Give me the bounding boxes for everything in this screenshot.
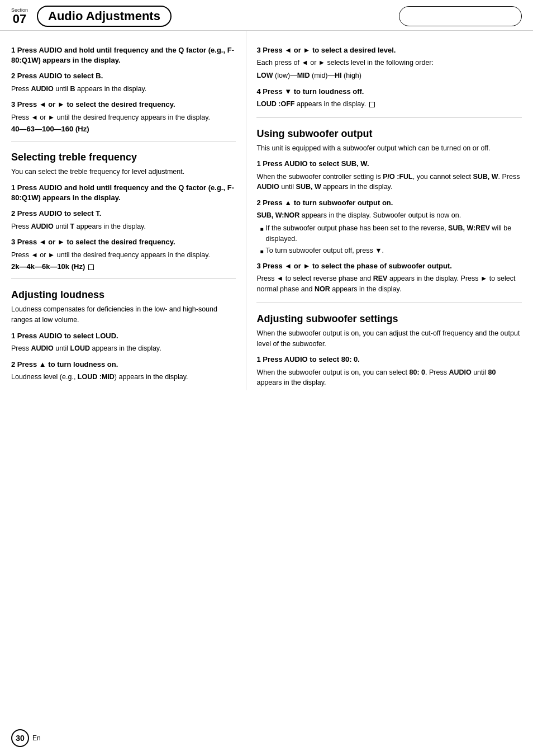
subwoofer-settings-intro: When the subwoofer output is on, you can… [256,328,522,349]
treble-step3-freq: 2k—4k—6k—10k (Hz) [11,262,236,271]
divider-4 [256,303,522,303]
main-content: 1 Press AUDIO and hold until frequency a… [0,31,533,390]
page: Section 07 Audio Adjustments 1 Press AUD… [0,0,533,756]
bullet-icon-1: ■ [260,225,263,233]
subsett-step1-heading: 1 Press AUDIO to select 80: 0. [256,355,522,365]
treble-step3-heading: 3 Press ◄ or ► to select the desired fre… [11,237,236,247]
subsett-step1-body: When the subwoofer output is on, you can… [256,367,522,389]
treble-step2-heading: 2 Press AUDIO to select T. [11,209,236,219]
subsett-step1: 1 Press AUDIO to select 80: 0. When the … [256,355,522,388]
bass-step3-freq: 40—63—100—160 (Hz) [11,125,236,133]
subwoofer-section-intro: This unit is equipped with a subwoofer o… [256,143,522,154]
sub-step2: 2 Press ▲ to turn subwoofer output on. S… [256,198,522,256]
treble-step3-body: Press ◄ or ► until the desired frequency… [11,250,236,261]
sub-step2-bullet2: ■ To turn subwoofer output off, press ▼. [260,245,522,256]
bass-step1: 1 Press AUDIO and hold until frequency a… [11,45,236,65]
section-number: 07 [13,13,26,25]
loud-step2-heading: 2 Press ▲ to turn loudness on. [11,360,236,370]
treble-section-title: Selecting treble frequency [11,152,236,163]
loud-step3: 3 Press ◄ or ► to select a desired level… [256,45,522,81]
divider-3 [256,117,522,118]
sub-step1-body: When the subwoofer controller setting is… [256,172,522,193]
page-number: 30 [11,729,29,747]
loud-step2-body: Loudness level (e.g., LOUD :MID) appears… [11,372,236,382]
divider-1 [11,141,236,141]
loudness-section-title: Adjusting loudness [11,289,236,301]
sub-step1-heading: 1 Press AUDIO to select SUB, W. [256,159,522,169]
loud-step3-body: Each press of ◄ or ► selects level in th… [256,58,522,68]
bullet-icon-2: ■ [260,247,263,256]
loud-step4-body: LOUD :OFF appears in the display. [256,99,522,110]
bass-step3-body: Press ◄ or ► until the desired frequency… [11,112,236,123]
sub-step2-body: SUB, W:NOR appears in the display. Subwo… [256,210,522,221]
treble-step2: 2 Press AUDIO to select T. Press AUDIO u… [11,209,236,231]
bass-step2: 2 Press AUDIO to select B. Press AUDIO u… [11,71,236,94]
sub-step2-heading: 2 Press ▲ to turn subwoofer output on. [256,198,522,208]
subwoofer-settings-title: Adjusting subwoofer settings [256,313,522,325]
box-icon-treble [88,264,94,270]
sub-step3-heading: 3 Press ◄ or ► to select the phase of su… [256,261,522,271]
loud-step3-heading: 3 Press ◄ or ► to select a desired level… [256,45,522,55]
bass-step3: 3 Press ◄ or ► to select the desired fre… [11,100,236,133]
sub-step3: 3 Press ◄ or ► to select the phase of su… [256,261,522,295]
sub-step3-body: Press ◄ to select reverse phase and REV … [256,273,522,295]
loud-step1-body: Press AUDIO until LOUD appears in the di… [11,343,236,354]
bass-step2-body: Press AUDIO until B appears in the displ… [11,84,236,94]
page-title: Audio Adjustments [37,6,172,27]
section-badge: Section 07 [11,7,28,25]
loud-step1-heading: 1 Press AUDIO to select LOUD. [11,331,236,341]
loud-step4: 4 Press ▼ to turn loudness off. LOUD :OF… [256,87,522,110]
right-column: 3 Press ◄ or ► to select a desired level… [246,31,522,390]
sub-step1: 1 Press AUDIO to select SUB, W. When the… [256,159,522,192]
subwoofer-section-title: Using subwoofer output [256,128,522,140]
page-header: Section 07 Audio Adjustments [0,0,533,31]
loud-step3-order: LOW (low)—MID (mid)—HI (high) [256,70,522,81]
loud-step2: 2 Press ▲ to turn loudness on. Loudness … [11,360,236,382]
footer-language: En [32,734,41,742]
header-right-box [399,6,522,26]
left-column: 1 Press AUDIO and hold until frequency a… [11,31,246,390]
sub-step2-bullet1: ■ If the subwoofer output phase has been… [260,223,522,244]
bass-step1-heading: 1 Press AUDIO and hold until frequency a… [11,45,236,65]
page-footer: 30 En [11,729,41,747]
divider-2 [11,278,236,279]
treble-step1-heading: 1 Press AUDIO and hold until frequency a… [11,183,236,203]
box-icon-loud [369,102,375,107]
treble-section-intro: You can select the treble frequency for … [11,167,236,177]
loudness-section-intro: Loudness compensates for deficiencies in… [11,304,236,325]
bass-step3-heading: 3 Press ◄ or ► to select the desired fre… [11,100,236,110]
treble-step2-body: Press AUDIO until T appears in the displ… [11,221,236,232]
treble-step3: 3 Press ◄ or ► to select the desired fre… [11,237,236,271]
bass-step2-heading: 2 Press AUDIO to select B. [11,71,236,81]
treble-step1: 1 Press AUDIO and hold until frequency a… [11,183,236,203]
loud-step4-heading: 4 Press ▼ to turn loudness off. [256,87,522,97]
loud-step1: 1 Press AUDIO to select LOUD. Press AUDI… [11,331,236,354]
